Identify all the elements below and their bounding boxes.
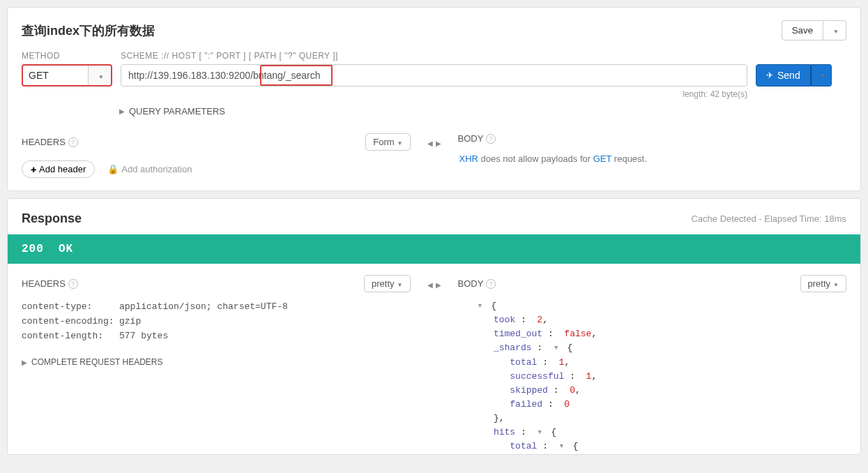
plus-icon — [31, 164, 36, 174]
response-header-row: content-type:application/json; charset=U… — [22, 299, 411, 314]
status-text: OK — [59, 243, 73, 255]
method-value: GET — [23, 66, 88, 85]
send-icon: ✈ — [766, 70, 773, 80]
complete-request-headers-toggle[interactable]: ▶ COMPLETE REQUEST HEADERS — [22, 357, 411, 367]
cache-info: Cache Detected - Elapsed Time: 18ms — [691, 213, 846, 224]
send-button-label: Send — [777, 70, 800, 81]
collapse-right-icon[interactable]: ▶ — [436, 281, 441, 289]
request-title: 查询index下的所有数据 — [22, 22, 782, 39]
response-headers-format-select[interactable]: pretty — [364, 275, 410, 292]
headers-format-select[interactable]: Form — [365, 133, 410, 151]
add-authorization-link[interactable]: 🔒 Add authorization — [107, 164, 192, 174]
response-headers-title: HEADERS ? — [22, 278, 78, 289]
response-body-format-select[interactable]: pretty — [800, 275, 846, 292]
send-dropdown-button[interactable] — [811, 64, 832, 87]
help-icon[interactable]: ? — [68, 279, 78, 289]
help-icon[interactable]: ? — [68, 137, 78, 147]
request-panel: 查询index下的所有数据 Save METHOD GET SCHEME ://… — [7, 7, 861, 191]
request-headers-title: HEADERS ? — [22, 137, 78, 147]
length-info: length: 42 byte(s) — [121, 89, 747, 99]
help-icon[interactable]: ? — [486, 279, 496, 289]
save-button-group: Save — [782, 20, 846, 40]
send-button[interactable]: ✈ Send — [756, 64, 811, 87]
response-panel: Response Cache Detected - Elapsed Time: … — [7, 198, 861, 455]
status-bar: 200 OK — [8, 234, 860, 264]
response-title: Response — [22, 211, 82, 226]
url-input[interactable] — [121, 64, 747, 87]
query-parameters-label: QUERY PARAMETERS — [129, 106, 225, 117]
response-json-body[interactable]: ▾ { took : 2, timed_out : false, _shards… — [458, 299, 847, 454]
response-header-row: content-length:577 bytes — [22, 329, 411, 343]
save-button[interactable]: Save — [782, 20, 823, 40]
help-icon[interactable]: ? — [486, 134, 496, 144]
query-parameters-toggle[interactable]: ▶ QUERY PARAMETERS — [119, 106, 846, 117]
request-body-title: BODY ? — [458, 133, 847, 144]
method-label: METHOD — [22, 51, 112, 61]
response-body-title: BODY ? — [458, 278, 496, 289]
lock-icon: 🔒 — [107, 164, 119, 174]
method-dropdown-icon[interactable] — [88, 66, 111, 85]
collapse-left-icon[interactable]: ◀ — [427, 140, 433, 147]
status-code: 200 — [22, 243, 44, 255]
caret-right-icon: ▶ — [119, 107, 125, 115]
caret-right-icon: ▶ — [22, 359, 27, 366]
add-header-button[interactable]: Add header — [22, 160, 95, 178]
xhr-payload-note: XHR does not allow payloads for GET requ… — [458, 153, 847, 164]
save-dropdown-button[interactable] — [823, 20, 846, 40]
collapse-right-icon[interactable]: ▶ — [436, 140, 441, 147]
scheme-label: SCHEME :// HOST [ ":" PORT ] [ PATH [ "?… — [121, 51, 747, 61]
response-headers-table: content-type:application/json; charset=U… — [22, 299, 411, 343]
collapse-left-icon[interactable]: ◀ — [427, 281, 433, 289]
response-header-row: content-encoding:gzip — [22, 314, 411, 329]
method-select[interactable]: GET — [22, 64, 112, 87]
